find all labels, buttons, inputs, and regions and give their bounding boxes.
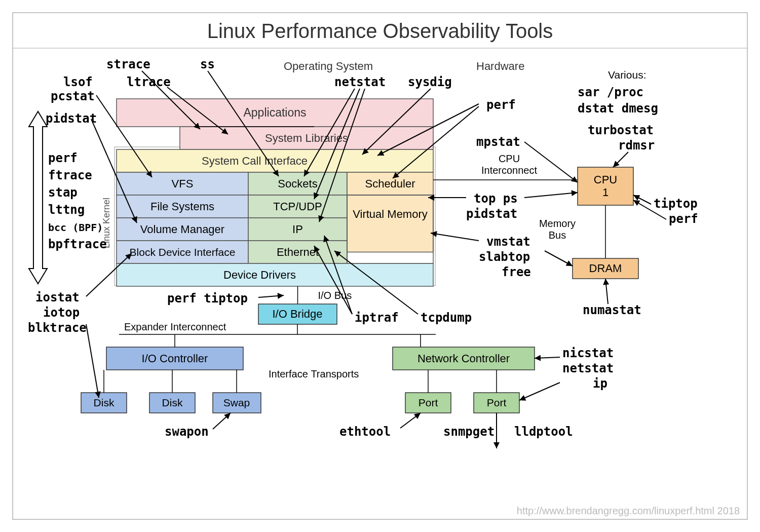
diagram-canvas [0,0,760,532]
